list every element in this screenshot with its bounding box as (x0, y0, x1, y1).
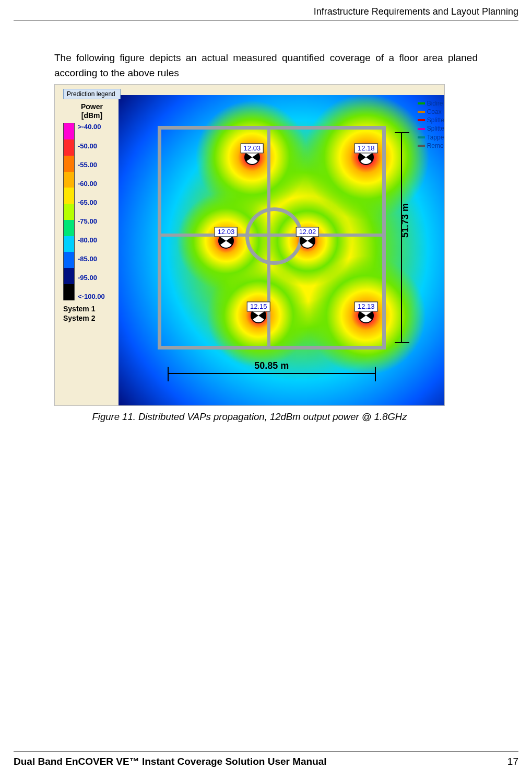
vap-label: 12.03 (215, 227, 238, 237)
dimension-height-label: 51.73 m (399, 203, 410, 238)
vap-label: 12.15 (247, 301, 270, 311)
map-legend-entry: Remo (418, 142, 444, 150)
manual-title: Dual Band EnCOVER VE™ Instant Coverage S… (14, 756, 327, 767)
scale-tick: -65.00 (78, 199, 105, 206)
page-footer: Dual Band EnCOVER VE™ Instant Coverage S… (14, 751, 518, 767)
legend-system-entry: System 2 (63, 314, 121, 323)
floorplan-walls (158, 126, 386, 349)
legend-systems: System 1System 2 (63, 305, 121, 323)
map-legend-entry: Coax (418, 108, 444, 116)
scale-tick: -50.00 (78, 142, 105, 150)
scale-tick: >-40.00 (78, 123, 105, 131)
scale-tick: -75.00 (78, 217, 105, 225)
legend-quantity: Power (63, 102, 121, 111)
figure-caption: Figure 11. Distributed VAPs propagation,… (54, 411, 445, 423)
scale-tick: <-100.00 (78, 293, 105, 300)
coverage-figure: 12.0312.1812.0312.0212.1512.13 50.85 m 5… (54, 84, 445, 406)
intro-paragraph: The following figure depicts an actual m… (54, 50, 478, 81)
map-legend-entry: Splitte (418, 124, 444, 133)
prediction-legend: Prediction legend Power [dBm] >-40.00-50… (63, 89, 121, 323)
color-scale-labels: >-40.00-50.00-55.00-60.00-65.00-75.00-80… (78, 123, 105, 300)
vap-label: 12.03 (241, 143, 264, 153)
legend-unit: [dBm] (63, 111, 121, 120)
dimension-width-label: 50.85 m (254, 360, 289, 371)
scale-tick: -55.00 (78, 161, 105, 169)
map-legend-cutoff: BidireCoaxSplitteSplitteTappeRemo (418, 99, 444, 150)
map-legend-entry: Splitte (418, 116, 444, 124)
map-legend-entry: Bidire (418, 99, 444, 108)
section-header: Infrastructure Requirements and Layout P… (14, 6, 518, 21)
dimension-vertical: 51.73 m (401, 132, 402, 343)
dimension-horizontal: 50.85 m (168, 373, 376, 374)
vap-label: 12.18 (354, 143, 378, 153)
scale-tick: -95.00 (78, 274, 105, 282)
legend-system-entry: System 1 (63, 305, 121, 314)
scale-tick: -80.00 (78, 236, 105, 244)
page-number: 17 (507, 756, 518, 767)
color-scale-bar (63, 123, 75, 300)
vap-label: 12.13 (354, 301, 378, 311)
vap-label: 12.02 (296, 227, 320, 237)
map-legend-entry: Tappe (418, 133, 444, 142)
scale-tick: -85.00 (78, 255, 105, 263)
legend-title: Prediction legend (63, 89, 121, 99)
scale-tick: -60.00 (78, 180, 105, 188)
